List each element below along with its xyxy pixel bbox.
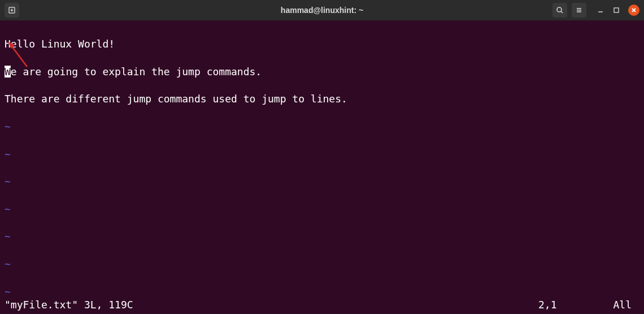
status-cursor-position: 2,1: [538, 299, 613, 311]
editor-line: We are going to explain the jump command…: [5, 65, 639, 79]
svg-point-3: [557, 7, 562, 12]
status-file-info: "myFile.txt" 3L, 119C: [5, 299, 133, 311]
terminal-content[interactable]: Hello Linux World! We are going to expla…: [0, 20, 644, 314]
editor-line: There are different jump commands used t…: [5, 92, 639, 106]
vim-status-line: "myFile.txt" 3L, 119C 2,1 All: [5, 299, 639, 311]
empty-line-tilde: ~: [5, 203, 639, 216]
window-controls: [597, 5, 639, 16]
empty-line-tilde: ~: [5, 148, 639, 161]
empty-line-tilde: ~: [5, 257, 639, 271]
minimize-button[interactable]: [597, 6, 604, 14]
maximize-button[interactable]: [612, 6, 620, 14]
svg-line-4: [561, 11, 563, 13]
editor-line-rest: e are going to explain the jump commands…: [11, 66, 262, 78]
titlebar: hammad@linuxhint: ~: [0, 0, 644, 20]
editor-line: Hello Linux World!: [5, 37, 639, 51]
empty-line-tilde: ~: [5, 120, 639, 134]
window-title: hammad@linuxhint: ~: [281, 6, 363, 15]
empty-line-tilde: ~: [5, 175, 639, 188]
new-tab-button[interactable]: [5, 3, 19, 18]
search-button[interactable]: [552, 3, 567, 18]
svg-rect-9: [614, 8, 619, 12]
status-scroll-indicator: All: [613, 299, 639, 311]
titlebar-left: [5, 3, 19, 18]
cursor: W: [5, 66, 11, 78]
empty-line-tilde: ~: [5, 285, 639, 299]
menu-button[interactable]: [572, 3, 586, 18]
titlebar-right: [552, 3, 639, 18]
close-button[interactable]: [628, 5, 639, 16]
empty-line-tilde: ~: [5, 230, 639, 243]
